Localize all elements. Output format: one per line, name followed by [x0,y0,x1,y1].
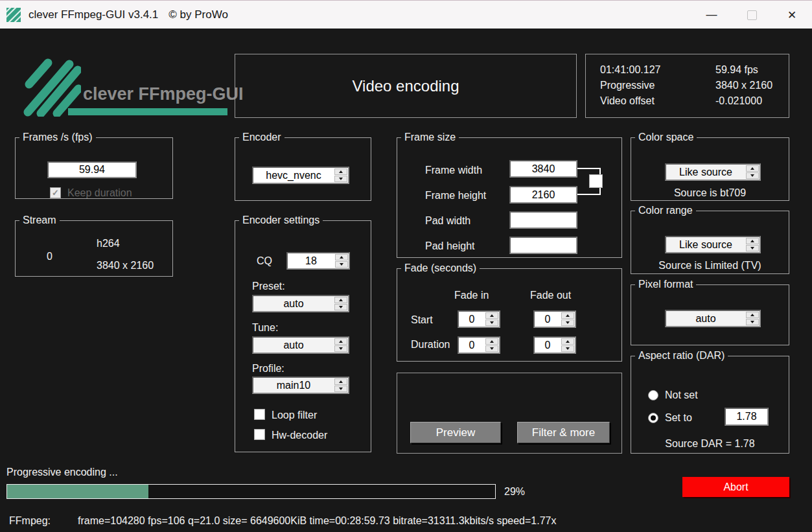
progress-bar [6,484,496,499]
maximize-icon [747,10,757,20]
spin-up-icon[interactable] [561,338,574,345]
color-range-note: Source is Limited (TV) [631,260,789,272]
stream-codec: h264 [97,238,120,249]
pixel-format-spinner[interactable]: auto [665,310,761,327]
not-set-radio[interactable] [648,390,658,400]
spin-up-icon[interactable] [334,297,347,303]
page-title-box: Video encoding [235,54,577,118]
spin-down-icon[interactable] [485,345,498,352]
spin-down-icon[interactable] [746,172,759,179]
spin-down-icon[interactable] [561,319,574,326]
page-title: Video encoding [352,77,459,95]
cq-spinner[interactable]: 18 [286,252,350,270]
profile-value: main10 [253,378,334,393]
dar-input[interactable] [725,408,769,426]
fade-out-duration-value: 0 [535,338,561,353]
fade-out-duration-spinner[interactable]: 0 [533,336,576,354]
app-window: clever FFmpeg-GUI v3.4.1 © by ProWo — ✕ … [0,0,812,532]
spin-up-icon[interactable] [335,254,348,260]
tune-spinner[interactable]: auto [252,336,349,354]
minimize-button[interactable]: — [691,1,732,29]
fade-in-duration-value: 0 [459,338,485,353]
spin-up-icon[interactable] [334,338,347,345]
pad-height-input[interactable] [509,237,577,254]
filter-more-button-label: Filter & more [532,426,595,439]
fade-out-header: Fade out [530,290,571,301]
tune-value: auto [253,338,334,353]
fps-group-title: Frames /s (fps) [19,132,96,143]
profile-label: Profile: [252,363,284,375]
preset-spinner[interactable]: auto [252,295,349,312]
frame-width-input[interactable] [509,160,577,178]
encoder-group: Encoder hevc_nvenc [235,132,371,201]
encoder-spinner[interactable]: hevc_nvenc [252,167,349,184]
frame-height-input[interactable] [509,186,577,203]
spin-up-icon[interactable] [746,238,759,244]
info-time: 01:41:00.127 [600,64,660,76]
info-fps: 59.94 fps [715,64,758,76]
pad-width-input[interactable] [509,211,577,229]
fps-input[interactable] [47,161,137,178]
spin-down-icon[interactable] [334,176,347,182]
spin-down-icon[interactable] [561,345,574,352]
info-offset-value: -0.021000 [715,95,762,107]
pixel-format-value: auto [666,311,745,326]
check-icon: ✓ [52,189,59,197]
fade-in-start-spinner[interactable]: 0 [458,310,500,328]
spin-up-icon[interactable] [334,168,347,175]
preset-label: Preset: [252,281,285,292]
loop-filter-checkbox[interactable] [254,409,265,420]
maximize-button[interactable] [732,1,772,29]
link-dimensions-checkbox[interactable] [589,174,603,188]
spin-down-icon[interactable] [334,386,347,392]
spin-down-icon[interactable] [335,261,348,268]
cq-label: CQ [257,255,272,267]
color-range-spinner[interactable]: Like source [665,236,761,253]
spin-up-icon[interactable] [746,165,759,172]
spin-down-icon[interactable] [746,245,759,251]
fade-out-start-value: 0 [535,312,561,327]
cq-value: 18 [288,253,334,268]
progress-status-label: Progressive encoding ... [6,467,118,478]
fade-in-start-value: 0 [459,312,485,327]
title-bar: clever FFmpeg-GUI v3.4.1 © by ProWo — ✕ [0,0,812,29]
source-dar-note: Source DAR = 1.78 [631,438,789,450]
spin-up-icon[interactable] [746,312,759,318]
info-offset-label: Video offset [600,95,655,107]
close-button[interactable]: ✕ [772,1,812,29]
spin-down-icon[interactable] [334,304,347,310]
window-controls: — ✕ [691,1,812,29]
pad-width-label: Pad width [425,215,470,227]
close-icon: ✕ [787,8,796,22]
color-range-group: Color range Like source Source is Limite… [631,205,789,274]
encoder-settings-group: Encoder settings CQ 18 Preset: auto Tune… [235,214,371,452]
preview-button[interactable]: Preview [410,422,501,443]
spin-down-icon[interactable] [334,345,347,352]
not-set-label: Not set [665,389,698,401]
fade-out-start-spinner[interactable]: 0 [533,310,576,328]
spin-up-icon[interactable] [561,312,574,319]
fps-group: Frames /s (fps) ✓ Keep duration [15,132,173,199]
encoder-settings-title: Encoder settings [239,214,323,226]
abort-button-label: Abort [723,481,748,493]
color-space-note: Source is bt709 [631,187,789,199]
set-to-radio[interactable] [648,413,658,423]
hw-decoder-label: Hw-decoder [272,430,327,441]
spin-up-icon[interactable] [485,312,498,319]
hw-decoder-checkbox[interactable] [254,429,265,440]
spin-down-icon[interactable] [746,319,759,325]
abort-button[interactable]: Abort [682,477,789,497]
progress-fill [7,485,148,498]
spin-up-icon[interactable] [334,378,347,385]
color-space-value: Like source [666,165,745,179]
color-space-spinner[interactable]: Like source [665,163,761,181]
frame-size-title: Frame size [401,132,459,143]
fade-in-duration-spinner[interactable]: 0 [458,336,500,354]
color-space-group: Color space Like source Source is bt709 [631,132,789,201]
profile-spinner[interactable]: main10 [252,376,349,394]
frame-width-label: Frame width [425,165,482,176]
filter-more-button[interactable]: Filter & more [517,422,610,443]
spin-up-icon[interactable] [485,338,498,345]
aspect-ratio-title: Aspect ratio (DAR) [635,350,728,362]
spin-down-icon[interactable] [485,319,498,326]
